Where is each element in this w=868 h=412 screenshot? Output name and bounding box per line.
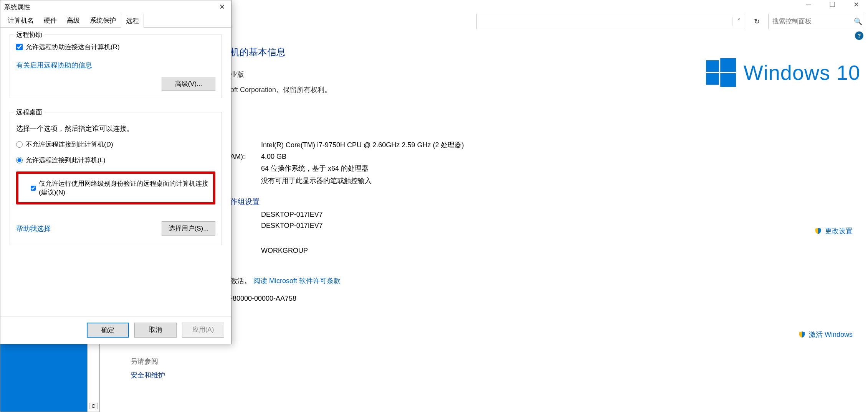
radio-allow-label: 允许远程连接到此计算机(L) <box>26 156 106 165</box>
ram-value: 4.00 GB <box>261 153 286 161</box>
tab-advanced[interactable]: 高级 <box>62 13 85 27</box>
system-properties-dialog: 系统属性 ✕ 计算机名 硬件 高级 系统保护 远程 远程协助 允许远程协助连接这… <box>0 0 231 344</box>
remote-desktop-group: 远程桌面 选择一个选项，然后指定谁可以连接。 不允许远程连接到此计算机(D) 允… <box>10 112 222 245</box>
svg-rect-3 <box>720 73 736 87</box>
shield-icon <box>799 331 805 338</box>
refresh-button[interactable]: ↻ <box>749 14 764 29</box>
close-button[interactable]: ✕ <box>844 0 868 9</box>
help-me-choose-link[interactable]: 帮助我选择 <box>16 224 51 233</box>
change-settings-link[interactable]: 更改设置 <box>825 227 853 235</box>
workgroup-value: WORKGROUP <box>261 247 860 255</box>
svg-rect-2 <box>706 73 719 85</box>
allow-remote-assistance-label: 允许远程协助连接这台计算机(R) <box>26 43 120 51</box>
help-icon[interactable]: ? <box>855 31 863 40</box>
address-bar[interactable]: ˅ <box>476 14 745 29</box>
tab-computer-name[interactable]: 计算机名 <box>3 13 39 27</box>
see-also-title: 另请参阅 <box>131 357 165 366</box>
minimize-button[interactable]: ─ <box>797 0 820 9</box>
product-id: -80000-00000-AA758 <box>230 295 860 303</box>
highlight-box: 仅允许运行使用网络级别身份验证的远程桌面的计算机连接(建议)(N) <box>16 171 215 204</box>
windows-icon <box>706 58 736 87</box>
search-icon: 🔍 <box>854 17 862 26</box>
page-title: 机的基本信息 <box>230 46 860 58</box>
remote-assistance-info-link[interactable]: 有关启用远程协助的信息 <box>16 61 92 69</box>
windows-logo: Windows 10 <box>706 58 860 87</box>
radio-disallow-remote[interactable]: 不允许远程连接到此计算机(D) <box>16 140 215 149</box>
systype-value: 64 位操作系统，基于 x64 的处理器 <box>261 164 860 173</box>
license-terms-link[interactable]: 阅读 Microsoft 软件许可条款 <box>253 276 341 285</box>
remote-desktop-title: 远程桌面 <box>14 108 45 117</box>
maximize-button[interactable]: ☐ <box>820 0 844 9</box>
nla-checkbox[interactable]: 仅允许运行使用网络级别身份验证的远程桌面的计算机连接(建议)(N) <box>28 175 212 201</box>
dialog-tabs: 计算机名 硬件 高级 系统保护 远程 <box>0 13 231 28</box>
tab-hardware[interactable]: 硬件 <box>39 13 62 27</box>
ram-label: AM): <box>230 153 246 161</box>
remote-assistance-group: 远程协助 允许远程协助连接这台计算机(R) 有关启用远程协助的信息 高级(V).… <box>10 35 222 98</box>
chevron-down-icon[interactable]: ˅ <box>732 17 745 26</box>
svg-rect-0 <box>706 60 719 72</box>
activate-windows-link[interactable]: 激活 Windows <box>809 331 853 338</box>
search-input[interactable]: 🔍 <box>768 14 864 29</box>
remote-desktop-hint: 选择一个选项，然后指定谁可以连接。 <box>16 124 215 133</box>
cancel-button[interactable]: 取消 <box>134 323 177 338</box>
svg-rect-1 <box>720 58 736 72</box>
nla-label: 仅允许运行使用网络级别身份验证的远程桌面的计算机连接(建议)(N) <box>39 179 210 197</box>
security-maintenance-link[interactable]: 安全和维护 <box>131 371 165 380</box>
cpu-value: Intel(R) Core(TM) i7-9750H CPU @ 2.60GHz… <box>261 140 860 150</box>
window-controls: ─ ☐ ✕ <box>230 0 868 9</box>
apply-button[interactable]: 应用(A) <box>182 323 224 338</box>
pen-value: 没有可用于此显示器的笔或触控输入 <box>261 176 860 185</box>
radio-disallow-label: 不允许远程连接到此计算机(D) <box>26 140 113 149</box>
radio-allow-remote[interactable]: 允许远程连接到此计算机(L) <box>16 156 215 165</box>
tiny-button[interactable]: C <box>89 403 98 409</box>
tab-remote[interactable]: 远程 <box>121 14 144 28</box>
full-computer-name: DESKTOP-017IEV7 <box>261 222 860 230</box>
allow-remote-assistance-checkbox[interactable]: 允许远程协助连接这台计算机(R) <box>16 43 215 51</box>
copyright-text: oft Corporation。保留所有权利。 <box>230 85 331 94</box>
advanced-button[interactable]: 高级(V)... <box>162 77 215 91</box>
select-users-button[interactable]: 选择用户(S)... <box>162 221 215 236</box>
shield-icon <box>815 227 822 234</box>
windows10-text: Windows 10 <box>744 61 860 84</box>
dialog-title: 系统属性 <box>0 0 231 13</box>
computer-name: DESKTOP-017IEV7 <box>261 211 860 219</box>
section-workgroup: 作组设置 <box>230 197 860 207</box>
tab-system-protection[interactable]: 系统保护 <box>85 13 121 27</box>
taskbar-preview: C <box>0 342 100 412</box>
ok-button[interactable]: 确定 <box>87 323 129 338</box>
dialog-button-row: 确定 取消 应用(A) <box>0 316 231 344</box>
activation-status: 激活。 <box>230 276 251 285</box>
edition-value: 业版 <box>230 70 244 79</box>
remote-assistance-title: 远程协助 <box>14 30 45 39</box>
close-icon[interactable]: ✕ <box>213 0 231 13</box>
